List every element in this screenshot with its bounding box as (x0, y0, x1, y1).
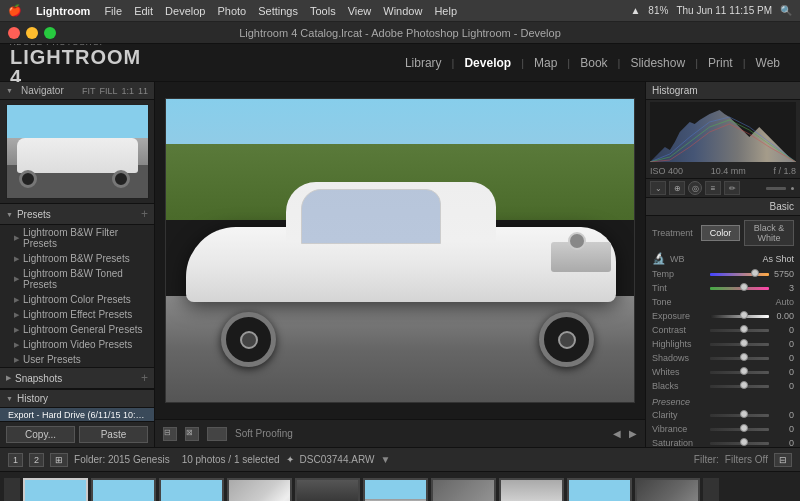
preset-bnw[interactable]: Lightroom B&W Presets (0, 251, 154, 266)
highlights-label: Highlights (652, 339, 707, 349)
nav-fill[interactable]: FILL (99, 86, 117, 96)
navigator-thumbnail[interactable] (6, 104, 149, 199)
paste-button[interactable]: Paste (79, 426, 148, 443)
menu-edit[interactable]: Edit (134, 5, 153, 17)
module-print[interactable]: Print (698, 52, 743, 74)
menu-window[interactable]: Window (383, 5, 422, 17)
bw-treatment-btn[interactable]: Black & White (744, 220, 794, 246)
menu-file[interactable]: File (104, 5, 122, 17)
navigator-header[interactable]: ▼ Navigator FIT FILL 1:1 11 (0, 82, 154, 100)
filmstrip-thumb-1[interactable] (91, 478, 156, 502)
preset-bnw-toned[interactable]: Lightroom B&W Toned Presets (0, 266, 154, 292)
presets-add[interactable]: + (141, 207, 148, 221)
gradient-tool[interactable]: ≡ (705, 181, 721, 195)
history-header[interactable]: ▼ History (0, 390, 154, 408)
filmstrip-thumb-5[interactable] (363, 478, 428, 502)
blacks-row: Blacks 0 (646, 379, 800, 393)
basic-header[interactable]: Basic (646, 198, 800, 216)
preset-general[interactable]: Lightroom General Presets (0, 322, 154, 337)
filmstrip-prev[interactable]: ◀ (4, 478, 20, 502)
survey-view-btn[interactable] (207, 427, 227, 441)
menu-tools[interactable]: Tools (310, 5, 336, 17)
menu-settings[interactable]: Settings (258, 5, 298, 17)
filmstrip-thumb-4[interactable] (295, 478, 360, 502)
preset-bnw-filter[interactable]: Lightroom B&W Filter Presets (0, 225, 154, 251)
module-slideshow[interactable]: Slideshow (620, 52, 695, 74)
filmstrip-thumb-7[interactable] (499, 478, 564, 502)
module-map[interactable]: Map (524, 52, 567, 74)
close-button[interactable] (8, 27, 20, 39)
contrast-slider[interactable] (710, 329, 769, 332)
heal-tool[interactable]: ⊕ (669, 181, 685, 195)
temp-label: Temp (652, 269, 707, 279)
apple-menu[interactable]: 🍎 (8, 4, 22, 17)
module-develop[interactable]: Develop (454, 52, 521, 74)
filter-btn[interactable]: ⊟ (774, 453, 792, 467)
menu-view[interactable]: View (348, 5, 372, 17)
filename-val: DSC03744.ARW (300, 454, 375, 465)
clarity-label: Clarity (652, 410, 707, 420)
filmstrip-thumb-3[interactable] (227, 478, 292, 502)
copy-button[interactable]: Copy... (6, 426, 75, 443)
blacks-slider[interactable] (710, 385, 769, 388)
module-web[interactable]: Web (746, 52, 790, 74)
saturation-slider[interactable] (710, 442, 769, 445)
menu-photo[interactable]: Photo (217, 5, 246, 17)
maximize-button[interactable] (44, 27, 56, 39)
toolbar-prev[interactable]: ◀ (613, 428, 621, 439)
filmstrip-thumb-6[interactable] (431, 478, 496, 502)
nav-fit[interactable]: FIT (82, 86, 96, 96)
nav-11[interactable]: 11 (138, 86, 148, 96)
history-item-0[interactable]: Export - Hard Drive (6/11/15 10:04:2... (0, 408, 154, 421)
filmstrip-thumb-9[interactable] (635, 478, 700, 502)
page-1-btn[interactable]: 1 (8, 453, 23, 467)
minimize-button[interactable] (26, 27, 38, 39)
shadows-slider[interactable] (710, 357, 769, 360)
page-2-btn[interactable]: 2 (29, 453, 44, 467)
brush-tool[interactable]: ✏ (724, 181, 740, 195)
highlights-slider[interactable] (710, 343, 769, 346)
exposure-slider[interactable] (710, 315, 769, 318)
color-treatment-btn[interactable]: Color (701, 225, 741, 241)
menu-help[interactable]: Help (434, 5, 457, 17)
filmstrip-thumb-8[interactable] (567, 478, 632, 502)
clock: Thu Jun 11 11:15 PM (676, 5, 772, 16)
wb-eyedropper-icon[interactable]: 🔬 (652, 252, 666, 265)
presets-header[interactable]: ▼ Presets + (0, 204, 154, 225)
tint-slider[interactable] (710, 287, 769, 290)
filmstrip-next[interactable]: ▶ (703, 478, 719, 502)
preset-user[interactable]: User Presets (0, 352, 154, 367)
grid-view-btn[interactable]: ⊞ (50, 453, 68, 467)
vibrance-slider[interactable] (710, 428, 769, 431)
right-panel: Histogram (645, 82, 800, 447)
temp-slider[interactable] (710, 273, 769, 276)
filmstrip-thumb-2[interactable] (159, 478, 224, 502)
auto-button[interactable]: Auto (775, 297, 794, 307)
main-image-area[interactable] (155, 82, 645, 419)
left-panel: ▼ Navigator FIT FILL 1:1 11 (0, 82, 155, 447)
preset-video[interactable]: Lightroom Video Presets (0, 337, 154, 352)
app-name-menu[interactable]: Lightroom (36, 5, 90, 17)
snapshots-header[interactable]: ▶ Snapshots + (0, 368, 154, 389)
grid-view-btn[interactable]: ⊟ (163, 427, 177, 441)
histogram-header[interactable]: Histogram (646, 82, 800, 100)
nav-1to1[interactable]: 1:1 (121, 86, 134, 96)
module-library[interactable]: Library (395, 52, 452, 74)
crop-tool[interactable]: ⌄ (650, 181, 666, 195)
toolbar-next[interactable]: ▶ (629, 428, 637, 439)
highlights-row: Highlights 0 (646, 337, 800, 351)
app-header: ADOBE PHOTOSHOP LIGHTROOM 4 Library | De… (0, 44, 800, 82)
preset-color[interactable]: Lightroom Color Presets (0, 292, 154, 307)
preset-effect[interactable]: Lightroom Effect Presets (0, 307, 154, 322)
search-icon[interactable]: 🔍 (780, 5, 792, 16)
redeye-tool[interactable]: ◎ (688, 181, 702, 195)
module-book[interactable]: Book (570, 52, 617, 74)
menu-develop[interactable]: Develop (165, 5, 205, 17)
whites-slider[interactable] (710, 371, 769, 374)
compare-view-btn[interactable]: ⊠ (185, 427, 199, 441)
center-panel: ⊟ ⊠ Soft Proofing ◀ ▶ (155, 82, 645, 447)
clarity-slider[interactable] (710, 414, 769, 417)
snapshots-add[interactable]: + (141, 371, 148, 385)
filmstrip-thumb-0[interactable] (23, 478, 88, 502)
navigator-triangle: ▼ (6, 87, 13, 94)
